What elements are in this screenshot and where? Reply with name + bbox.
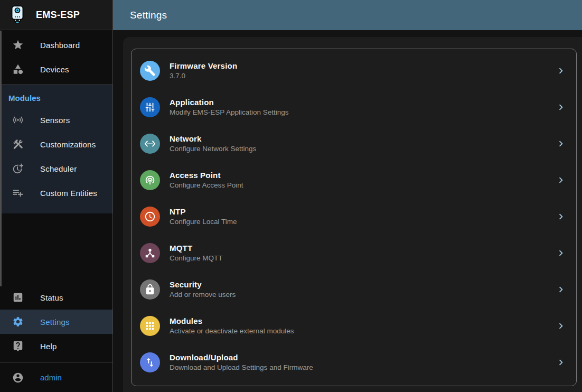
chevron-right-icon [555, 138, 567, 150]
chevron-right-icon [555, 174, 567, 186]
sidebar-nav-primary: Dashboard Devices [0, 30, 112, 84]
account-circle-icon [12, 371, 24, 384]
item-subtitle: 3.7.0 [170, 72, 237, 80]
sidebar-item-devices[interactable]: Devices [0, 57, 112, 81]
apps-icon [140, 316, 160, 336]
assessment-icon [12, 291, 24, 304]
sidebar-item-dashboard[interactable]: Dashboard [0, 33, 112, 57]
more-time-icon [12, 162, 24, 175]
device-hub-icon [140, 243, 160, 263]
username: admin [40, 373, 62, 382]
construction-icon [12, 138, 24, 151]
item-title: Access Point [170, 171, 243, 180]
app-title: EMS-ESP [36, 10, 80, 21]
item-title: MQTT [170, 244, 223, 253]
settings-item-mqtt[interactable]: MQTT Configure MQTT [132, 235, 576, 271]
content-card: Firmware Version 3.7.0 Application Modif… [123, 37, 582, 392]
sidebar-nav-bottom: Status Settings Help [0, 285, 112, 362]
sidebar-spacer [0, 213, 112, 285]
sensors-icon [12, 114, 24, 126]
playlist-add-icon [12, 186, 24, 199]
settings-item-application[interactable]: Application Modify EMS-ESP Application S… [132, 89, 576, 125]
chevron-right-icon [555, 357, 567, 368]
item-title: NTP [170, 207, 237, 216]
sidebar-item-custom-entities[interactable]: Custom Entities [0, 181, 112, 205]
settings-item-download-upload[interactable]: Download/Upload Download and Upload Sett… [132, 344, 576, 380]
wifi-tethering-icon [140, 170, 160, 190]
boiler-icon [10, 5, 25, 25]
app-header: Settings [113, 0, 582, 30]
sidebar-item-admin[interactable]: admin [0, 363, 112, 392]
star-icon [12, 39, 24, 51]
settings-item-modules[interactable]: Modules Activate or deactivate external … [132, 307, 576, 344]
chevron-right-icon [555, 211, 567, 222]
item-subtitle: Download and Upload Settings and Firmwar… [170, 363, 313, 371]
item-title: Security [170, 280, 236, 289]
sidebar-modules-section: Modules Sensors Customizations Scheduler… [0, 85, 112, 213]
clock-icon [140, 207, 160, 227]
chevron-right-icon [555, 247, 567, 259]
settings-item-firmware-version[interactable]: Firmware Version 3.7.0 [132, 52, 576, 89]
help-icon [12, 340, 24, 352]
page-title: Settings [130, 10, 167, 21]
item-title: Application [170, 98, 289, 107]
settings-item-ntp[interactable]: NTP Configure Local Time [132, 198, 576, 235]
item-title: Network [170, 134, 256, 143]
app-root: EMS-ESP Dashboard Devices Modules Sensor… [0, 0, 582, 392]
sidebar-item-status[interactable]: Status [0, 285, 112, 310]
settings-item-security[interactable]: Security Add or remove users [132, 271, 576, 307]
app-logo-area: EMS-ESP [0, 0, 112, 30]
sidebar-item-scheduler[interactable]: Scheduler [0, 156, 112, 181]
sidebar-item-help[interactable]: Help [0, 334, 112, 358]
item-subtitle: Configure Network Settings [170, 145, 256, 153]
item-subtitle: Configure Access Point [170, 181, 243, 189]
item-subtitle: Modify EMS-ESP Application Settings [170, 108, 289, 116]
import-export-icon [140, 352, 160, 372]
wrench-icon [140, 61, 160, 81]
lock-icon [140, 279, 160, 300]
settings-list: Firmware Version 3.7.0 Application Modif… [131, 49, 577, 386]
sidebar: EMS-ESP Dashboard Devices Modules Sensor… [0, 0, 113, 392]
settings-item-access-point[interactable]: Access Point Configure Access Point [132, 162, 576, 198]
sidebar-item-sensors[interactable]: Sensors [0, 108, 112, 132]
item-subtitle: Configure MQTT [170, 254, 223, 262]
item-subtitle: Activate or deactivate external modules [170, 327, 294, 335]
chevron-right-icon [555, 101, 567, 113]
gear-icon [12, 315, 24, 328]
settings-item-network[interactable]: Network Configure Network Settings [132, 125, 576, 162]
sidebar-item-settings[interactable]: Settings [0, 310, 112, 334]
chevron-right-icon [555, 65, 567, 77]
item-title: Firmware Version [170, 61, 237, 70]
tune-icon [140, 97, 160, 117]
item-subtitle: Add or remove users [170, 291, 236, 298]
chevron-right-icon [555, 320, 567, 332]
ethernet-icon [140, 134, 160, 154]
category-icon [12, 63, 24, 76]
item-title: Modules [170, 316, 294, 325]
item-title: Download/Upload [170, 353, 313, 362]
item-subtitle: Configure Local Time [170, 218, 237, 226]
chevron-right-icon [555, 284, 567, 295]
sidebar-item-customizations[interactable]: Customizations [0, 132, 112, 156]
modules-section-header: Modules [0, 85, 112, 108]
sidebar-scrollbar[interactable] [0, 31, 2, 286]
